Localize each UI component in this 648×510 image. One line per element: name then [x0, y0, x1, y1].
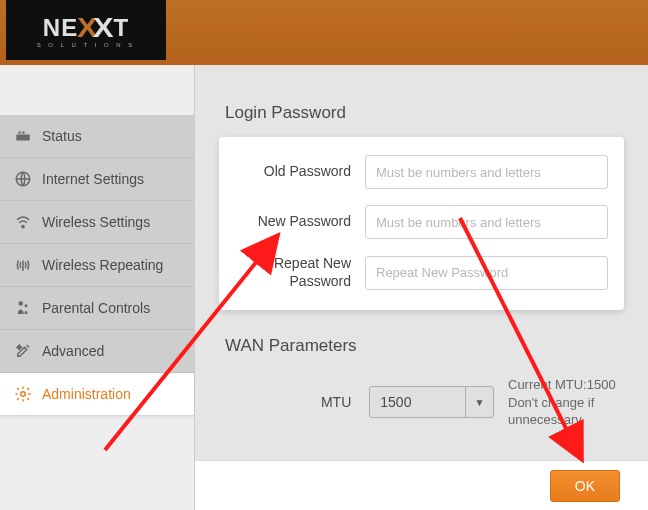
logo-part: T: [114, 14, 130, 42]
svg-point-8: [21, 392, 26, 397]
mtu-hint: Current MTU:1500 Don't change if unneces…: [508, 376, 618, 429]
sidebar-item-repeating[interactable]: Wireless Repeating: [0, 244, 194, 287]
sidebar-item-label: Wireless Settings: [42, 214, 150, 230]
antenna-icon: [14, 256, 32, 274]
sidebar-item-label: Wireless Repeating: [42, 257, 163, 273]
sidebar-item-parental[interactable]: Parental Controls: [0, 287, 194, 330]
svg-rect-2: [22, 132, 24, 134]
sidebar-item-label: Advanced: [42, 343, 104, 359]
chevron-down-icon: ▼: [465, 387, 493, 417]
section-title-login: Login Password: [225, 103, 624, 123]
sidebar-item-label: Administration: [42, 386, 131, 402]
mtu-label: MTU: [225, 394, 369, 410]
sidebar-item-administration[interactable]: Administration: [0, 373, 194, 416]
logo-part: NE: [43, 14, 78, 42]
login-password-panel: Old Password New Password Repeat New Pas…: [219, 137, 624, 310]
sidebar-item-wireless[interactable]: Wireless Settings: [0, 201, 194, 244]
footer-bar: OK: [195, 460, 648, 510]
sidebar-item-label: Status: [42, 128, 82, 144]
old-password-input[interactable]: [365, 155, 608, 189]
sidebar-item-status[interactable]: Status: [0, 115, 194, 158]
mtu-value: 1500: [370, 394, 465, 410]
sidebar-item-advanced[interactable]: Advanced: [0, 330, 194, 373]
gear-icon: [14, 385, 32, 403]
repeat-password-label: Repeat New Password: [235, 255, 365, 290]
main-content: Login Password Old Password New Password…: [195, 65, 648, 510]
status-icon: [14, 127, 32, 145]
wifi-icon: [14, 213, 32, 231]
svg-point-7: [25, 304, 28, 307]
sidebar-item-label: Parental Controls: [42, 300, 150, 316]
parental-icon: [14, 299, 32, 317]
new-password-label: New Password: [235, 213, 365, 231]
svg-rect-1: [19, 132, 21, 134]
old-password-label: Old Password: [235, 163, 365, 181]
app-header: NE X X T S O L U T I O N S: [0, 0, 648, 65]
repeat-password-input[interactable]: [365, 256, 608, 290]
ok-button[interactable]: OK: [550, 470, 620, 502]
svg-rect-0: [16, 135, 30, 141]
brand-logo: NE X X T S O L U T I O N S: [6, 0, 166, 60]
mtu-select[interactable]: 1500 ▼: [369, 386, 494, 418]
tools-icon: [14, 342, 32, 360]
new-password-input[interactable]: [365, 205, 608, 239]
sidebar-item-internet[interactable]: Internet Settings: [0, 158, 194, 201]
wan-section: WAN Parameters MTU 1500 ▼ Current MTU:15…: [219, 336, 624, 429]
svg-point-6: [19, 301, 24, 306]
sidebar-item-label: Internet Settings: [42, 171, 144, 187]
svg-point-4: [22, 225, 24, 227]
section-title-wan: WAN Parameters: [225, 336, 624, 356]
sidebar: Status Internet Settings Wireless Settin…: [0, 65, 195, 510]
logo-part: X: [93, 12, 115, 44]
globe-icon: [14, 170, 32, 188]
